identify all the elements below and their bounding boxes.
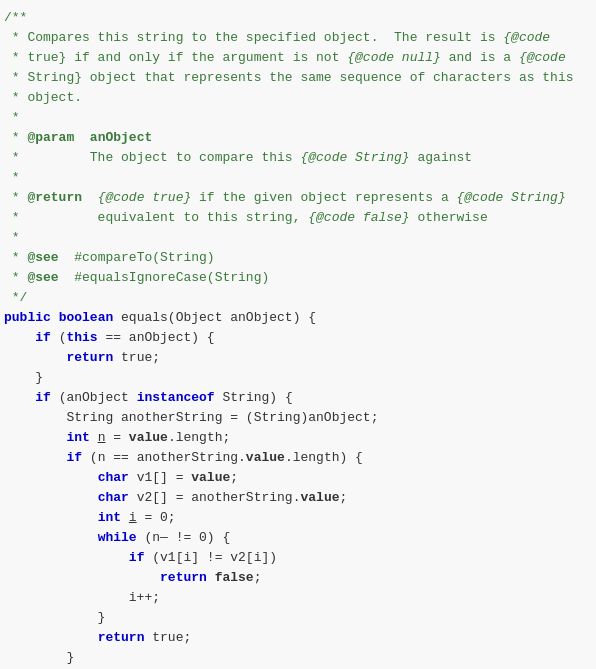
code-viewer: /** * Compares this string to the specif… [0,0,596,669]
line-5: * object. [0,88,596,108]
line-13: * @see #compareTo(String) [0,248,596,268]
line-29: return false; [0,568,596,588]
line-4: * String} object that represents the sam… [0,68,596,88]
line-20: if (anObject instanceof String) { [0,388,596,408]
line-30: i++; [0,588,596,608]
line-2: * Compares this string to the specified … [0,28,596,48]
line-21: String anotherString = (String)anObject; [0,408,596,428]
line-25: char v2[] = anotherString.value; [0,488,596,508]
line-26: int i = 0; [0,508,596,528]
line-15: */ [0,288,596,308]
line-11: * equivalent to this string, {@code fals… [0,208,596,228]
line-12: * [0,228,596,248]
line-6: * [0,108,596,128]
line-3: * true} if and only if the argument is n… [0,48,596,68]
line-28: if (v1[i] != v2[i]) [0,548,596,568]
line-8: * The object to compare this {@code Stri… [0,148,596,168]
line-14: * @see #equalsIgnoreCase(String) [0,268,596,288]
line-9: * [0,168,596,188]
line-17: if (this == anObject) { [0,328,596,348]
line-1: /** [0,8,596,28]
line-32: return true; [0,628,596,648]
line-27: while (n— != 0) { [0,528,596,548]
line-7: * @param anObject [0,128,596,148]
line-24: char v1[] = value; [0,468,596,488]
line-19: } [0,368,596,388]
line-33: } [0,648,596,668]
line-23: if (n == anotherString.value.length) { [0,448,596,468]
line-18: return true; [0,348,596,368]
line-31: } [0,608,596,628]
line-10: * @return {@code true} if the given obje… [0,188,596,208]
line-22: int n = value.length; [0,428,596,448]
line-16: public boolean equals(Object anObject) { [0,308,596,328]
